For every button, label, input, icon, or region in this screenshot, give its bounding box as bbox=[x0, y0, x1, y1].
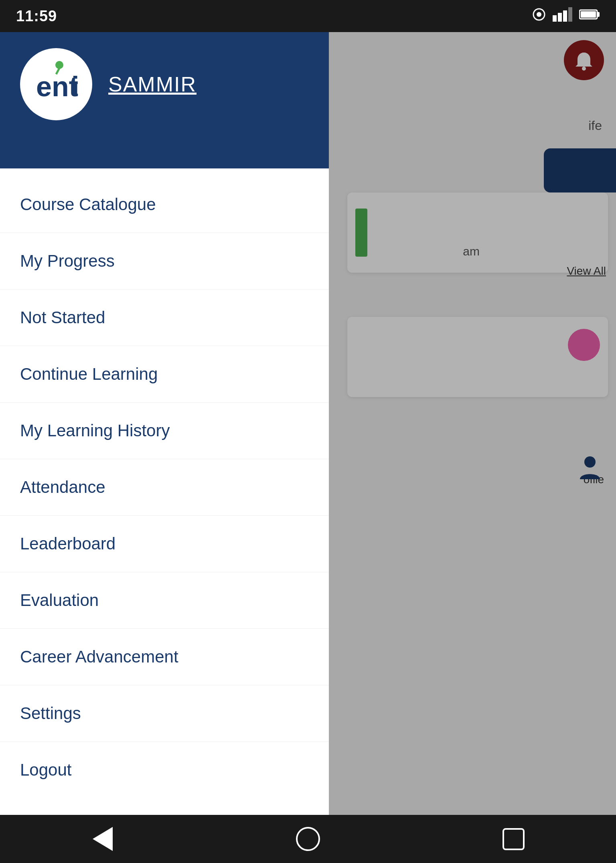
menu-item-my-progress-label: My Progress bbox=[20, 251, 115, 271]
menu-item-my-learning-history-label: My Learning History bbox=[20, 421, 170, 440]
menu-item-course-catalogue[interactable]: Course Catalogue bbox=[0, 176, 329, 233]
status-icons bbox=[532, 7, 600, 25]
menu-item-career-advancement[interactable]: Career Advancement bbox=[0, 629, 329, 685]
menu-item-evaluation[interactable]: Evaluation bbox=[0, 572, 329, 629]
menu-item-continue-learning-label: Continue Learning bbox=[20, 365, 158, 384]
menu-item-leaderboard-label: Leaderboard bbox=[20, 534, 116, 553]
menu-item-leaderboard[interactable]: Leaderboard bbox=[0, 516, 329, 572]
svg-rect-4 bbox=[563, 10, 567, 22]
svg-rect-2 bbox=[553, 15, 557, 22]
username-label[interactable]: SAMMIR bbox=[108, 72, 197, 96]
menu-item-attendance[interactable]: Attendance bbox=[0, 459, 329, 516]
recents-icon bbox=[503, 828, 525, 850]
signal-icon bbox=[553, 7, 573, 25]
svg-rect-3 bbox=[558, 13, 562, 22]
menu-item-logout-label: Logout bbox=[20, 760, 71, 780]
menu-item-my-learning-history[interactable]: My Learning History bbox=[0, 403, 329, 459]
menu-item-settings[interactable]: Settings bbox=[0, 685, 329, 742]
back-icon bbox=[93, 827, 113, 851]
svg-rect-5 bbox=[568, 7, 572, 22]
menu-item-continue-learning[interactable]: Continue Learning bbox=[0, 346, 329, 403]
menu-item-my-progress[interactable]: My Progress bbox=[0, 233, 329, 290]
svg-point-12 bbox=[55, 61, 63, 69]
enti-logo: ent i bbox=[28, 56, 84, 112]
status-time: 11:59 bbox=[16, 8, 57, 25]
navigation-drawer: ent i SAMMIR Course Catalogue My Progres… bbox=[0, 0, 329, 863]
menu-item-not-started[interactable]: Not Started bbox=[0, 290, 329, 346]
nav-back-button[interactable] bbox=[87, 823, 119, 855]
nav-home-button[interactable] bbox=[292, 823, 324, 855]
logo-container: ent i bbox=[20, 48, 92, 120]
status-bar: 11:59 bbox=[0, 0, 616, 32]
menu-item-not-started-label: Not Started bbox=[20, 308, 105, 327]
svg-rect-8 bbox=[581, 11, 596, 18]
menu-item-logout[interactable]: Logout bbox=[0, 742, 329, 798]
menu-item-evaluation-label: Evaluation bbox=[20, 591, 99, 610]
menu-item-settings-label: Settings bbox=[20, 704, 81, 723]
navigation-bar bbox=[0, 815, 616, 863]
drawer-menu: Course Catalogue My Progress Not Started… bbox=[0, 168, 329, 863]
svg-point-1 bbox=[537, 12, 541, 17]
svg-rect-7 bbox=[597, 12, 600, 17]
battery-icon bbox=[579, 8, 600, 24]
menu-item-course-catalogue-label: Course Catalogue bbox=[20, 195, 156, 214]
home-icon bbox=[296, 827, 320, 851]
menu-item-career-advancement-label: Career Advancement bbox=[20, 647, 178, 666]
menu-item-attendance-label: Attendance bbox=[20, 478, 105, 497]
nav-recents-button[interactable] bbox=[497, 823, 529, 855]
svg-text:i: i bbox=[71, 71, 79, 102]
media-icon bbox=[532, 7, 546, 25]
